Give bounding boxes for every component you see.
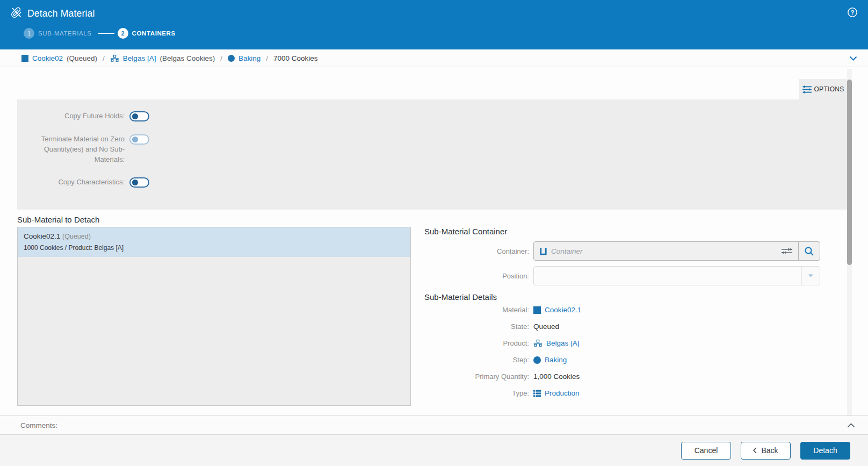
detail-row-type: Type: Production — [424, 385, 820, 402]
detach-button[interactable]: Detach — [800, 442, 850, 460]
step-link[interactable]: Baking — [545, 356, 567, 364]
list-item-detail: 1000 Cookies / Product: Belgas [A] — [24, 244, 404, 252]
list-item[interactable]: Cookie02.1 (Queued) 1000 Cookies / Produ… — [18, 227, 410, 257]
advanced-search-icon[interactable] — [781, 247, 793, 255]
comments-label: Comments: — [20, 421, 847, 429]
svg-text:?: ? — [850, 9, 854, 16]
copy-future-holds-toggle[interactable] — [129, 111, 149, 121]
position-chevron-icon[interactable] — [801, 267, 820, 285]
container-icon — [539, 247, 547, 255]
detail-label: Primary Quantity: — [424, 372, 529, 381]
title-row: Detach Material — [0, 0, 868, 20]
state-value: Queued — [533, 322, 559, 331]
wizard-content: OPTIONS Copy Future Holds: Terminate Mat… — [0, 67, 868, 415]
step-2-label[interactable]: CONTAINERS — [132, 30, 176, 37]
option-label: Terminate Material on Zero Quantity(ies)… — [17, 134, 125, 164]
options-tab-label: OPTIONS — [814, 85, 844, 93]
step-icon — [228, 55, 235, 62]
position-select[interactable] — [533, 266, 820, 285]
breadcrumb-separator: / — [103, 54, 105, 62]
container-row: Container: — [424, 241, 820, 261]
step-1-circle[interactable]: 1 — [24, 28, 34, 39]
detail-label: Material: — [424, 306, 529, 314]
breadcrumb-separator: / — [266, 54, 268, 62]
type-icon — [533, 390, 541, 397]
copy-characteristics-toggle[interactable] — [129, 177, 149, 188]
option-label: Copy Future Holds: — [17, 111, 125, 121]
primary-quantity-value: 1,000 Cookies — [533, 372, 580, 381]
option-row-copy-characteristics: Copy Characteristics: — [17, 177, 847, 188]
help-icon[interactable]: ? — [847, 7, 858, 18]
container-section-title: Sub-Material Container — [424, 227, 820, 236]
scrollbar-thumb[interactable] — [847, 80, 852, 265]
breadcrumb-step: Baking — [228, 54, 261, 62]
breadcrumb-product-link[interactable]: Belgas [A] — [123, 54, 156, 62]
product-icon — [533, 339, 542, 347]
chevron-up-icon[interactable] — [847, 423, 855, 428]
sub-material-list-section: Sub-Material to Detach Cookie02.1 (Queue… — [17, 215, 411, 406]
wizard-steps: 1 SUB-MATERIALS 2 CONTAINERS — [0, 28, 868, 39]
material-icon — [21, 55, 28, 62]
sub-material-container-section: Sub-Material Container Container: — [424, 227, 820, 402]
breadcrumb-quantity: 7000 Cookies — [273, 54, 318, 62]
detail-row-primary-quantity: Primary Quantity: 1,000 Cookies — [424, 368, 820, 385]
terminate-material-toggle — [129, 134, 149, 145]
back-button-label: Back — [761, 446, 778, 455]
material-icon — [533, 306, 541, 314]
option-row-terminate-material: Terminate Material on Zero Quantity(ies)… — [17, 134, 847, 164]
breadcrumb: Cookie02 (Queued) / Belgas [A] (Belgas C… — [0, 49, 868, 67]
step-connector — [98, 33, 114, 34]
product-icon — [110, 54, 119, 62]
breadcrumb-material-state: (Queued) — [67, 54, 97, 62]
sub-material-list[interactable]: Cookie02.1 (Queued) 1000 Cookies / Produ… — [17, 227, 411, 406]
breadcrumb-material: Cookie02 (Queued) — [21, 54, 97, 62]
detail-label: Product: — [424, 339, 529, 347]
position-row: Position: — [424, 266, 820, 285]
breadcrumb-quantity-text: 7000 Cookies — [273, 54, 318, 62]
toggle-knob — [132, 137, 138, 142]
detail-label: Step: — [424, 356, 529, 364]
detach-icon — [11, 7, 22, 20]
back-chevron-icon — [753, 447, 757, 454]
back-button[interactable]: Back — [741, 442, 791, 460]
options-icon — [802, 85, 812, 94]
step-icon — [533, 356, 541, 364]
list-item-name: Cookie02.1 — [24, 232, 60, 240]
details-section-title: Sub-Material Details — [424, 292, 820, 302]
type-link[interactable]: Production — [545, 389, 580, 397]
search-icon[interactable] — [798, 242, 820, 260]
tab-options[interactable]: OPTIONS — [799, 79, 847, 99]
list-item-state: (Queued) — [62, 233, 91, 240]
material-link[interactable]: Cookie02.1 — [545, 306, 581, 314]
detail-row-step: Step: Baking — [424, 352, 820, 368]
breadcrumb-step-link[interactable]: Baking — [238, 54, 261, 62]
wizard-header: Detach Material ? 1 SUB-MATERIALS 2 CONT… — [0, 0, 868, 49]
chevron-down-icon[interactable] — [849, 56, 857, 61]
breadcrumb-separator: / — [220, 54, 222, 62]
page-title: Detach Material — [27, 8, 95, 19]
position-value — [534, 267, 801, 285]
comments-bar[interactable]: Comments: — [0, 415, 868, 435]
vertical-scrollbar[interactable] — [847, 69, 852, 415]
container-input[interactable] — [551, 247, 776, 255]
sub-material-list-title: Sub-Material to Detach — [17, 215, 411, 224]
toggle-knob — [132, 180, 138, 185]
breadcrumb-product: Belgas [A] (Belgas Cookies) — [110, 54, 215, 62]
detail-label: Type: — [424, 389, 529, 397]
container-label: Container: — [424, 247, 529, 255]
position-label: Position: — [424, 272, 529, 280]
detail-row-product: Product: Belgas [A] — [424, 335, 820, 352]
options-panel: Copy Future Holds: Terminate Material on… — [17, 99, 847, 210]
product-link[interactable]: Belgas [A] — [546, 339, 580, 347]
footer-actions: Cancel Back Detach — [0, 435, 868, 466]
cancel-button[interactable]: Cancel — [681, 442, 731, 460]
breadcrumb-material-link[interactable]: Cookie02 — [32, 54, 63, 62]
detail-row-material: Material: Cookie02.1 — [424, 302, 820, 318]
option-row-copy-future-holds: Copy Future Holds: — [17, 111, 847, 121]
option-label: Copy Characteristics: — [17, 177, 125, 187]
container-picker — [533, 241, 820, 261]
breadcrumb-product-desc: (Belgas Cookies) — [160, 54, 215, 62]
detail-row-state: State: Queued — [424, 318, 820, 335]
step-1-label[interactable]: SUB-MATERIALS — [38, 30, 92, 37]
step-2-circle[interactable]: 2 — [118, 28, 128, 39]
